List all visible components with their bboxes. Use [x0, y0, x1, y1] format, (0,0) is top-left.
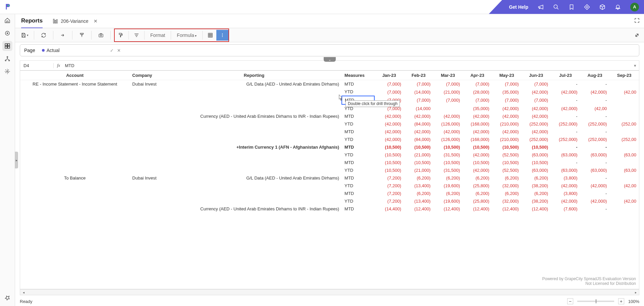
table-row[interactable]: YTD(7,200)(13,400)(19,600)(25,800)(32,00… [20, 197, 639, 205]
table-row[interactable]: MTD(10,500)(10,500)(10,500)(10,500)(10,5… [20, 159, 639, 166]
search-icon[interactable] [553, 4, 559, 10]
hierarchy-icon[interactable] [4, 56, 10, 62]
paint-button[interactable] [115, 30, 127, 41]
col-month[interactable]: Aug-23 [580, 71, 610, 80]
pin-icon[interactable] [4, 295, 10, 301]
table-row[interactable]: MTD(7,000)(7,000)(7,000)(7,000)(7,000)(7… [20, 96, 639, 104]
table-row[interactable]: +Interim Currency 1 (AFN - Afghanistan A… [20, 143, 639, 151]
refresh-button[interactable] [38, 30, 50, 41]
page-label: Page [24, 48, 35, 53]
col-month[interactable]: May-23 [492, 71, 522, 80]
col-account[interactable]: Account [20, 71, 129, 80]
status-dot-icon [42, 49, 45, 52]
col-month[interactable]: Feb-23 [404, 71, 433, 80]
more-options-button[interactable] [216, 30, 228, 41]
camera-button[interactable] [95, 30, 107, 41]
app-logo[interactable] [0, 3, 15, 11]
cell-reference-input[interactable]: D4 [20, 63, 54, 68]
col-company[interactable]: Company [129, 71, 166, 80]
page-filter-box: Page Actual ✓ ✕ [20, 44, 639, 56]
table-row[interactable]: YTD(42,000)(84,000)(126,000)(168,000)(21… [20, 136, 639, 143]
megaphone-icon[interactable] [538, 4, 544, 10]
save-button[interactable]: ▾ [18, 30, 31, 41]
sort-button[interactable] [130, 30, 143, 41]
table-row[interactable]: Currency (AED - United Arab Emirates Dir… [20, 112, 639, 120]
table-button[interactable] [204, 30, 216, 41]
zoom-in-button[interactable]: + [618, 298, 624, 304]
col-month[interactable]: Apr-23 [463, 71, 492, 80]
svg-point-10 [9, 60, 10, 61]
col-month[interactable]: Mar-23 [433, 71, 463, 80]
table-row[interactable]: YTD(42,000)(84,000)(126,000)(168,000)(21… [20, 120, 639, 128]
svg-rect-14 [57, 19, 58, 23]
table-row[interactable]: YTD(10,500)(21,000)(31,500)(42,000)(52,5… [20, 151, 639, 159]
sidebar-expand-handle[interactable]: ▸ [15, 152, 18, 168]
table-row[interactable]: MTD(42,000)(42,000)(42,000)(42,000)(42,0… [20, 128, 639, 136]
horizontal-scrollbar[interactable]: ◂ ▸ [20, 289, 639, 295]
status-text: Ready [20, 299, 33, 304]
home-icon[interactable] [4, 17, 10, 23]
data-grid[interactable]: AccountCompanyReportingMeasuresJan-23Feb… [20, 70, 639, 289]
svg-rect-16 [99, 34, 103, 37]
get-help-link[interactable]: Get Help [509, 4, 528, 10]
open-tab[interactable]: 206-Variance ✕ [53, 18, 98, 24]
col-reporting[interactable]: Reporting [166, 71, 342, 80]
variance-icon [53, 18, 58, 24]
col-month[interactable]: Jan-23 [374, 71, 404, 80]
svg-point-11 [7, 71, 8, 72]
svg-point-22 [222, 36, 223, 37]
zoom-out-button[interactable]: − [567, 298, 573, 304]
zoom-level: 100% [628, 299, 639, 304]
table-row[interactable]: MTD(7,200)(6,200)(6,200)(6,200)(6,200)(6… [20, 190, 639, 197]
gear-icon[interactable] [4, 68, 10, 74]
svg-point-0 [7, 5, 9, 6]
formula-input[interactable]: MTD [63, 63, 631, 68]
svg-rect-18 [119, 33, 121, 35]
expand-icon[interactable] [634, 32, 640, 38]
target-icon[interactable] [4, 30, 10, 36]
diamond-icon[interactable] [584, 4, 590, 10]
close-icon[interactable]: ✕ [94, 18, 98, 24]
grid-icon[interactable] [4, 43, 10, 49]
col-month[interactable]: Jun-23 [521, 71, 551, 80]
export-button[interactable] [57, 30, 69, 41]
col-month[interactable]: Jul-23 [551, 71, 580, 80]
page-tag-text: Actual [47, 48, 60, 53]
filter-button[interactable] [76, 30, 88, 41]
col-month[interactable]: Sep-23 [609, 71, 639, 80]
collapse-handle[interactable]: ⌄ [324, 57, 336, 62]
check-icon[interactable]: ✓ [110, 48, 114, 53]
close-filter-icon[interactable]: ✕ [117, 48, 121, 53]
page-filter-tag[interactable]: Actual [42, 48, 60, 53]
table-row[interactable]: YTD(10,500)(21,000)(31,500)(42,000)(52,5… [20, 166, 639, 174]
table-row[interactable]: Currency (AED - United Arab Emirates Dir… [20, 205, 639, 213]
formula-button[interactable]: Formula [173, 33, 201, 38]
scroll-right-icon[interactable]: ▸ [633, 290, 638, 295]
table-row[interactable]: YTD(7,000)(14,000(35,000)(42,000)(42,000… [20, 104, 639, 112]
svg-rect-13 [55, 20, 56, 23]
col-measures[interactable]: Measures [342, 71, 374, 80]
svg-point-17 [100, 35, 102, 36]
svg-rect-7 [8, 46, 10, 48]
svg-point-20 [222, 33, 223, 34]
bell-icon[interactable] [615, 4, 621, 10]
svg-rect-5 [8, 44, 10, 46]
zoom-slider[interactable] [577, 301, 614, 302]
highlighted-toolbar-group: Format Formula [114, 29, 229, 42]
svg-point-21 [222, 35, 223, 35]
scroll-left-icon[interactable]: ◂ [21, 290, 26, 295]
svg-point-3 [7, 33, 8, 34]
fullscreen-icon[interactable] [634, 17, 640, 23]
format-button[interactable]: Format [146, 33, 169, 38]
avatar[interactable]: A [630, 3, 639, 11]
bookmark-icon[interactable] [569, 4, 575, 10]
cube-icon[interactable] [599, 4, 605, 10]
formula-dropdown-icon[interactable]: ▾ [631, 63, 639, 68]
table-row[interactable]: RE - Income Statement - Income Statement… [20, 80, 639, 88]
table-row[interactable]: YTD(7,200)(13,400)(19,600)(25,800)(32,00… [20, 182, 639, 190]
section-title[interactable]: Reports [21, 17, 43, 29]
table-row[interactable]: YTD(7,000)(14,000)(21,000)(28,000)(35,00… [20, 88, 639, 96]
svg-rect-6 [5, 46, 7, 48]
table-row[interactable]: To BalanceDubai InvestG/L Data (AED - Un… [20, 174, 639, 182]
svg-rect-4 [5, 44, 7, 46]
